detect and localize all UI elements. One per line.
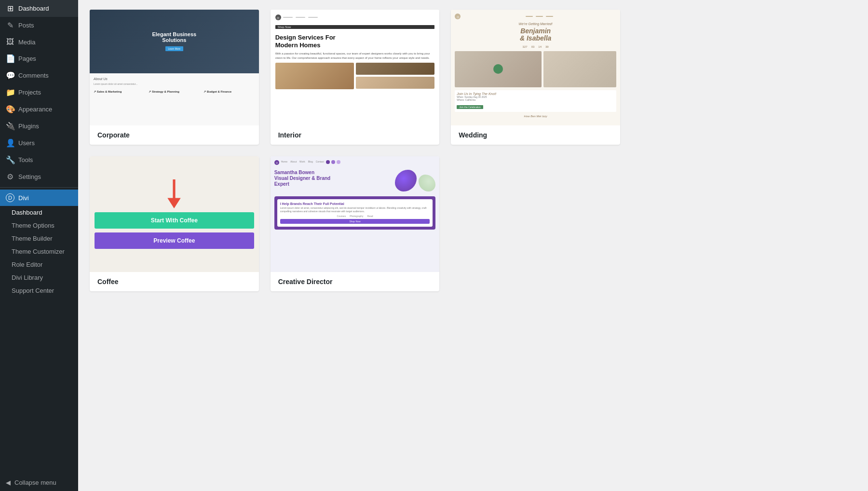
divi-logo-icon: D [6,193,14,202]
sidebar-item-posts[interactable]: ✎ Posts [0,17,78,34]
corporate-hero: Elegant BusinessSolutions Learn More [90,10,259,73]
sidebar-item-users[interactable]: 👤 Users [0,135,78,151]
submenu-item-divi-library[interactable]: Divi Library [0,271,78,284]
divi-submenu: Dashboard Theme Options Theme Builder Th… [0,206,78,297]
submenu-item-dashboard[interactable]: Dashboard [0,206,78,219]
theme-preview-wedding: ◎ We're Getting Married! Benjamin& Isabe… [451,10,620,125]
theme-preview-coffee: Start With Coffee Preview Coffee [90,156,259,272]
pages-icon: 📄 [6,54,14,63]
corporate-bottom: About Us Lorem ipsum dolor sit amet cons… [90,73,259,125]
posts-icon: ✎ [6,21,14,30]
projects-icon: 📁 [6,88,14,97]
theme-label-corporate: Corporate [90,125,259,145]
settings-icon: ⚙ [6,172,14,181]
preview-coffee-button[interactable]: Preview Coffee [95,232,254,249]
themes-grid: ◎ Contact Elegant BusinessSolutions Lear… [90,10,620,291]
sidebar-item-comments[interactable]: 💬 Comments [0,67,78,84]
sidebar-item-settings[interactable]: ⚙ Settings [0,168,78,185]
theme-label-interior: Interior [271,125,440,145]
collapse-menu-button[interactable]: ◀ Collapse menu [0,474,78,491]
plugins-icon: 🔌 [6,122,14,131]
submenu-item-support-center[interactable]: Support Center [0,284,78,297]
submenu-item-theme-options[interactable]: Theme Options [0,219,78,232]
comments-icon: 💬 [6,71,14,80]
users-icon: 👤 [6,138,14,148]
theme-preview-interior: ◎ Shop Now Design Services ForModern Hom… [271,10,440,125]
svg-marker-1 [168,198,181,208]
theme-label-creative-director: Creative Director [271,272,440,291]
main-content: ◎ Contact Elegant BusinessSolutions Lear… [78,0,868,491]
sidebar: ⊞ Dashboard ✎ Posts 🖼 Media 📄 Pages 💬 Co… [0,0,78,491]
appearance-icon: 🎨 [6,105,14,114]
theme-card-corporate[interactable]: ◎ Contact Elegant BusinessSolutions Lear… [90,10,259,145]
chevron-right-icon [75,195,78,201]
tools-icon: 🔧 [6,155,14,164]
theme-label-coffee: Coffee [90,272,259,291]
submenu-item-theme-customizer[interactable]: Theme Customizer [0,245,78,258]
start-with-coffee-button[interactable]: Start With Coffee [95,212,254,229]
media-icon: 🖼 [6,38,14,46]
sidebar-item-tools[interactable]: 🔧 Tools [0,151,78,168]
submenu-item-theme-builder[interactable]: Theme Builder [0,232,78,245]
theme-card-interior[interactable]: ◎ Shop Now Design Services ForModern Hom… [271,10,440,145]
sidebar-item-divi[interactable]: D Divi [0,190,78,206]
theme-card-coffee[interactable]: Start With Coffee Preview Coffee Coffee [90,156,259,291]
submenu-item-role-editor[interactable]: Role Editor [0,258,78,271]
theme-card-wedding[interactable]: ◎ We're Getting Married! Benjamin& Isabe… [451,10,620,145]
theme-label-wedding: Wedding [451,125,620,145]
down-arrow-icon [164,179,184,208]
sidebar-item-plugins[interactable]: 🔌 Plugins [0,118,78,135]
theme-preview-creative-director: ◎ HomeAboutWorkBlogContact Samantha Bowe… [271,156,440,272]
sidebar-item-projects[interactable]: 📁 Projects [0,84,78,101]
collapse-icon: ◀ [6,479,11,486]
sidebar-item-pages[interactable]: 📄 Pages [0,50,78,67]
theme-card-creative-director[interactable]: ◎ HomeAboutWorkBlogContact Samantha Bowe… [271,156,440,291]
sidebar-item-dashboard[interactable]: ⊞ Dashboard [0,0,78,17]
sidebar-item-media[interactable]: 🖼 Media [0,34,78,50]
theme-preview-corporate: ◎ Contact Elegant BusinessSolutions Lear… [90,10,259,125]
dashboard-icon: ⊞ [6,4,14,13]
sidebar-item-appearance[interactable]: 🎨 Appearance [0,101,78,118]
